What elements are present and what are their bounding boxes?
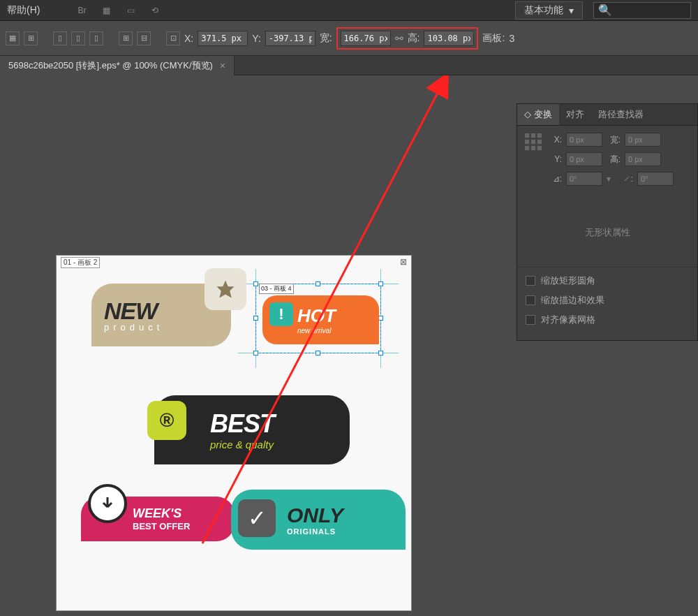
panel-angle-label: ⊿:	[548, 174, 562, 184]
align-left-icon[interactable]: ▯	[53, 31, 67, 45]
artboard-count-label: 画板:	[482, 32, 505, 45]
panel-body: X: 宽: Y: 高: ⊿: ▾ ⟋:	[517, 126, 697, 198]
ref-point-widget[interactable]: ⊡	[166, 31, 180, 45]
panel-shear-label: ⟋:	[619, 174, 633, 184]
menu-bar: 帮助(H) Br ▦ ▭ ⟲ 基本功能 ▾ 🔍	[0, 0, 698, 21]
badge-week[interactable]: WEEK'S BEST OFFER	[81, 497, 235, 541]
artboard-close-icon[interactable]: ⊠	[400, 257, 407, 267]
size-highlight: ⚯ 高:	[336, 27, 479, 50]
star-icon	[205, 268, 246, 310]
exclamation-icon: !	[269, 302, 293, 326]
no-shape-message: 无形状属性	[517, 198, 697, 267]
panel-options: 缩放矩形圆角 缩放描边和效果 对齐像素网格	[517, 267, 697, 340]
panel-x-label: X:	[548, 135, 562, 145]
distribute-v-icon[interactable]: ⊟	[137, 31, 151, 45]
tab-pathfinder[interactable]: 路径查找器	[591, 104, 651, 125]
panel-h-input[interactable]	[625, 152, 661, 166]
badge-best-title: BEST	[210, 409, 333, 439]
badge-only[interactable]: ✓ ONLY ORIGINALS	[231, 490, 406, 550]
align-right-icon[interactable]: ▯	[89, 31, 103, 45]
top-icon-group: Br ▦ ▭ ⟲	[75, 3, 162, 17]
panel-y-label: Y:	[548, 154, 562, 164]
stock-icon[interactable]: ▦	[99, 3, 113, 17]
transform-panel: ◇变换 对齐 路径查找器 X: 宽: Y:	[517, 103, 698, 341]
reference-point-widget[interactable]	[524, 133, 542, 151]
bridge-icon[interactable]: Br	[75, 3, 89, 17]
sel-handle-se[interactable]	[378, 351, 383, 355]
badge-week-sub: BEST OFFER	[133, 521, 222, 531]
artboard-label: 01 - 画板 2	[61, 257, 100, 268]
badge-hot-title: HOT	[297, 305, 368, 327]
artboard-count-value: 3	[509, 33, 514, 44]
sel-handle-s[interactable]	[315, 351, 320, 355]
h-label: 高:	[408, 32, 420, 45]
check-align-pixel[interactable]: 对齐像素网格	[526, 314, 689, 326]
tab-close-icon[interactable]: ×	[220, 60, 225, 71]
registered-icon: ®	[147, 401, 186, 440]
artboard-1[interactable]: 01 - 画板 2 ⊠ 03 - 画板 4 NEW product	[56, 255, 412, 611]
x-label: X:	[184, 33, 193, 44]
chevron-down-icon: ▾	[569, 5, 574, 16]
tab-bar: 5698c26be2050 [转换].eps* @ 100% (CMYK/预览)…	[0, 56, 698, 75]
check-scale-strokes[interactable]: 缩放描边和效果	[526, 294, 689, 307]
workspace-label: 基本功能	[524, 4, 563, 17]
sel-handle-sw[interactable]	[253, 351, 258, 355]
gpu-icon[interactable]: ⟲	[148, 3, 162, 17]
check-icon: ✓	[238, 499, 276, 537]
control-bar: ▦ ⊞ ▯ ▯ ▯ ⊞ ⊟ ⊡ X: Y: 宽: ⚯ 高: 画板: 3	[0, 21, 698, 56]
sel-handle-w[interactable]	[253, 316, 258, 321]
artboard-options-icon[interactable]: ⊞	[24, 31, 38, 45]
y-label: Y:	[252, 33, 260, 44]
badge-only-sub: ORIGINALS	[287, 527, 392, 536]
w-label: 宽:	[320, 32, 332, 45]
panel-x-input[interactable]	[566, 133, 602, 147]
sel-handle-n[interactable]	[315, 281, 320, 286]
distribute-h-icon[interactable]: ⊞	[119, 31, 133, 45]
document-tab[interactable]: 5698c26be2050 [转换].eps* @ 100% (CMYK/预览)…	[0, 56, 235, 75]
y-input[interactable]	[265, 31, 315, 46]
tab-title: 5698c26be2050 [转换].eps* @ 100% (CMYK/预览)	[8, 59, 213, 72]
artboard-tool-icon[interactable]: ▦	[6, 31, 20, 45]
badge-hot-sub: new arrival	[297, 327, 368, 335]
panel-w-input[interactable]	[625, 133, 661, 147]
panel-angle-input[interactable]	[566, 172, 602, 186]
panel-w-label: 宽:	[607, 134, 621, 146]
panel-tabs: ◇变换 对齐 路径查找器	[517, 104, 697, 126]
badge-new-sub: product	[104, 322, 218, 332]
search-icon: 🔍	[598, 3, 612, 17]
canvas[interactable]: 01 - 画板 2 ⊠ 03 - 画板 4 NEW product	[0, 75, 698, 616]
height-input[interactable]	[424, 31, 474, 46]
width-input[interactable]	[341, 31, 391, 46]
check-scale-corners[interactable]: 缩放矩形圆角	[526, 274, 689, 287]
badge-best-sub: price & qualty	[210, 439, 333, 450]
x-input[interactable]	[198, 31, 248, 46]
badge-new[interactable]: NEW product	[91, 284, 231, 346]
search-box[interactable]: 🔍	[593, 2, 691, 19]
panel-h-label: 高:	[607, 154, 621, 166]
sel-handle-nw[interactable]	[253, 281, 258, 286]
badge-hot[interactable]: ! HOT new arrival	[262, 295, 379, 344]
arrange-icon[interactable]: ▭	[124, 3, 138, 17]
badge-best[interactable]: ® BEST price & qualty	[154, 395, 350, 464]
panel-shear-input[interactable]	[637, 172, 674, 186]
arrow-down-icon	[88, 484, 127, 523]
tab-transform[interactable]: ◇变换	[517, 104, 559, 125]
align-center-icon[interactable]: ▯	[71, 31, 85, 45]
tab-align[interactable]: 对齐	[559, 104, 591, 125]
sel-handle-e[interactable]	[378, 316, 383, 321]
badge-week-title: WEEK'S	[133, 506, 222, 521]
menu-help[interactable]: 帮助(H)	[7, 4, 40, 17]
badge-new-title: NEW	[104, 298, 218, 325]
link-wh-icon[interactable]: ⚯	[395, 33, 403, 44]
sel-handle-ne[interactable]	[378, 281, 383, 286]
selection-label: 03 - 画板 4	[259, 284, 294, 294]
svg-marker-0	[217, 281, 235, 298]
badge-only-title: ONLY	[287, 504, 392, 527]
workspace-dropdown[interactable]: 基本功能 ▾	[515, 1, 583, 20]
panel-y-input[interactable]	[566, 152, 602, 166]
